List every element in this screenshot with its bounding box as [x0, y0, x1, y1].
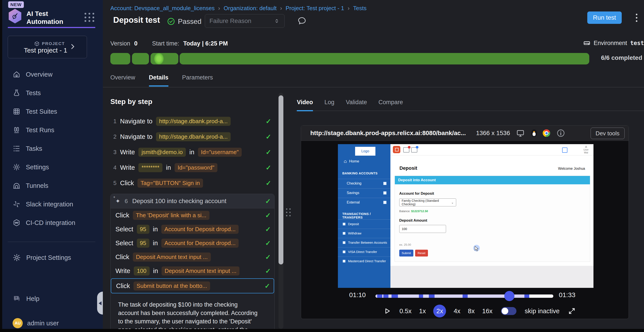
substep-row[interactable]: Select95inAccount for Deposit dropd...✓	[110, 236, 274, 250]
scrubber-event-marker[interactable]	[377, 294, 382, 298]
sidebar-item-overview[interactable]: Overview	[12, 65, 75, 84]
sidebar-item-tunnels[interactable]: Tunnels	[12, 176, 75, 195]
step-action: Navigate to	[120, 133, 152, 140]
step-target-chip: 100	[134, 266, 150, 276]
bank-tx-transfer-between-accounts[interactable]: Transfer Between Accounts	[338, 238, 390, 247]
bank-tx-withdraw[interactable]: Withdraw	[338, 229, 390, 238]
skip-inactive-toggle[interactable]	[501, 307, 516, 315]
scrubber-event-marker[interactable]	[419, 294, 423, 298]
video-scrubber[interactable]	[376, 294, 553, 298]
scrubber-event-marker[interactable]	[429, 294, 435, 298]
tab-parameters[interactable]: Parameters	[182, 74, 213, 86]
dev-tools-button[interactable]: Dev tools	[590, 128, 624, 139]
substep-row[interactable]: ClickThe 'Deposit' link with a si...✓	[110, 208, 274, 222]
video-frame-screenshot: Logo Home BANKING ACCOUNTS CheckingSavin…	[338, 144, 594, 288]
breadcrumb-link[interactable]: Project: Test project - 1	[286, 5, 344, 12]
step-group-header[interactable]: ✦ 6 Deposit 100 into checking account ✓	[110, 194, 274, 208]
speed-button-16x[interactable]: 16x	[482, 308, 492, 315]
info-icon[interactable]	[556, 129, 565, 138]
breadcrumb-link[interactable]: Tests	[353, 5, 366, 12]
run-test-button[interactable]: Run test	[587, 12, 622, 24]
more-options-icon[interactable]	[632, 12, 641, 23]
scrubber-playhead[interactable]	[504, 291, 514, 301]
substep-row[interactable]: Write100inDeposit Amount text input ...✓	[110, 264, 274, 278]
breadcrumb-link[interactable]: Account: Devspace_all_module_licenses	[110, 5, 215, 12]
step-target-chip: Id="password"	[174, 163, 218, 172]
checkbox-icon[interactable]	[383, 192, 386, 194]
app-logo-icon[interactable]	[8, 9, 22, 24]
video-tab-video[interactable]: Video	[297, 99, 313, 111]
panel-resize-handle[interactable]	[286, 208, 291, 216]
fullscreen-icon[interactable]	[568, 307, 576, 315]
speed-button-8x[interactable]: 8x	[468, 308, 475, 315]
speed-button-4x[interactable]: 4x	[454, 308, 460, 315]
failure-reason-select[interactable]: Failure Reason	[205, 14, 285, 28]
checkbox-icon[interactable]	[383, 182, 386, 185]
step-row[interactable]: 3Writejsmith@demo.ioinId="username"✓	[110, 144, 275, 160]
step-action: Write	[116, 267, 130, 274]
sidebar-item-help[interactable]: ? Help	[12, 290, 40, 308]
sidebar-item-project-settings[interactable]: Project Settings	[12, 248, 71, 267]
progress-segment[interactable]	[180, 53, 589, 64]
video-tab-log[interactable]: Log	[324, 99, 334, 111]
bank-tx-visa-direct-transfer[interactable]: VISA Direct Transfer	[338, 247, 390, 256]
steps-heading: Step by step	[110, 98, 152, 106]
step-row[interactable]: 1Navigate tohttp://stage.dbank.prod-a...…	[110, 114, 275, 129]
sidebar-item-label: Tasks	[26, 145, 42, 152]
home-icon	[12, 70, 20, 78]
bank-reset-button[interactable]: Reset	[415, 250, 428, 256]
bank-account-checking[interactable]: Checking	[338, 179, 390, 188]
bank-submit-button[interactable]: Submit	[399, 250, 413, 256]
bank-tx-mastercard-direct-transfer[interactable]: Mastercard Direct Transfer	[338, 256, 390, 266]
sidebar-item-ci-cd-integration[interactable]: CI-CD integration	[12, 214, 75, 232]
bank-account-savings[interactable]: Savings	[338, 188, 390, 197]
tab-overview[interactable]: Overview	[110, 74, 135, 86]
breadcrumb-separator: ›	[218, 5, 220, 12]
sidebar-collapse-handle[interactable]	[97, 292, 103, 314]
scrubber-event-marker[interactable]	[392, 294, 398, 298]
progress-segment[interactable]	[150, 53, 178, 64]
step-target-chip: 95	[137, 238, 150, 248]
scrubber-event-marker[interactable]	[383, 294, 388, 298]
step-action: in	[166, 164, 171, 171]
step-action: in	[153, 267, 158, 274]
bank-account-external[interactable]: External	[338, 198, 390, 206]
steps-scrollbar-thumb[interactable]	[278, 95, 284, 264]
comment-icon[interactable]	[297, 16, 307, 26]
step-row[interactable]: 2Navigate tohttp://stage.dbank.prod-a...…	[110, 129, 275, 144]
checkbox-icon[interactable]	[383, 201, 386, 204]
play-button[interactable]	[383, 307, 391, 315]
sidebar-item-tasks[interactable]: Tasks	[12, 139, 75, 158]
step-target-chip: The 'Deposit' link with a si...	[133, 211, 210, 220]
bank-tx-deposit[interactable]: Deposit	[338, 220, 390, 228]
step-row[interactable]: 4Write********inId="password"✓	[110, 160, 275, 175]
sidebar-item-settings[interactable]: Settings	[12, 158, 75, 176]
sidebar-item-slack-integration[interactable]: Slack integration	[12, 195, 75, 214]
video-tab-compare[interactable]: Compare	[378, 99, 403, 111]
breadcrumb-link[interactable]: Organization: default	[224, 5, 276, 12]
step-row[interactable]: 5ClickTag="BUTTON" Sign in✓	[110, 175, 275, 191]
speed-button-2x[interactable]: 2x	[433, 305, 446, 318]
scrubber-event-marker[interactable]	[462, 294, 468, 298]
substep-row[interactable]: ClickDeposit Amount text input ...✓	[110, 250, 274, 264]
video-tab-validate[interactable]: Validate	[346, 99, 367, 111]
sidebar-item-test-runs[interactable]: Test Runs	[12, 121, 75, 139]
sidebar-item-tests[interactable]: Tests	[12, 84, 75, 102]
scrubber-event-marker[interactable]	[524, 294, 530, 298]
substep-row-selected[interactable]: ClickSubmit button at the botto...✓	[111, 278, 274, 293]
project-selector[interactable]: PROJECT Test project - 1	[8, 36, 87, 58]
progress-segment[interactable]	[132, 53, 149, 64]
bank-account-select[interactable]: Family Checking (Standard Checking)⌄	[399, 198, 456, 206]
speed-button-1x[interactable]: 1x	[419, 308, 426, 315]
test-title: Deposit test	[113, 16, 160, 25]
tab-details[interactable]: Details	[149, 74, 168, 86]
progress-segment[interactable]	[110, 53, 130, 64]
bank-amount-input[interactable]: 100	[399, 225, 446, 233]
sidebar-item-test-suites[interactable]: Test Suites	[12, 102, 75, 121]
speed-button-0.5x[interactable]: 0.5x	[400, 308, 412, 315]
substeps: ClickThe 'Deposit' link with a si...✓Sel…	[110, 208, 274, 293]
apps-grid-icon[interactable]	[84, 13, 95, 22]
extension-icon	[562, 148, 568, 153]
substep-row[interactable]: Select95inAccount for Deposit dropd...✓	[110, 222, 274, 236]
breadcrumb: Account: Devspace_all_module_licenses›Or…	[110, 5, 366, 12]
